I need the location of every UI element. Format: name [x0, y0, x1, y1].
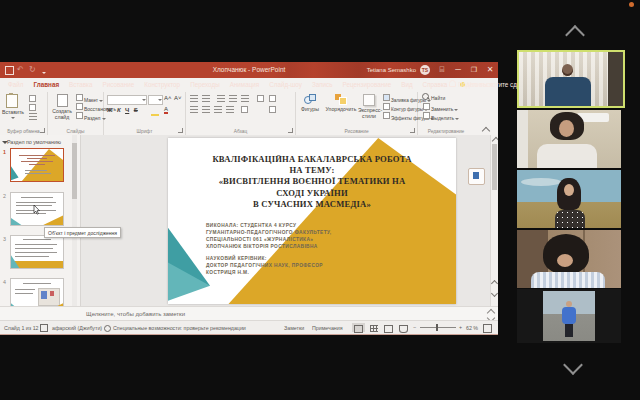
thumb1-text-line: [21, 161, 53, 162]
clipboard-dialog-launcher[interactable]: [40, 128, 45, 133]
slide-canvas[interactable]: КВАЛІФІКАЦІЙНА БАКАЛАВРСЬКА РОБОТА НА ТЕ…: [168, 138, 456, 304]
italic-button[interactable]: К: [117, 107, 121, 113]
spellcheck-icon[interactable]: [40, 324, 48, 332]
slide-counter: Слайд 1 из 12: [4, 325, 39, 331]
panel-scrollbar[interactable]: [72, 135, 77, 306]
paragraph-dialog-launcher[interactable]: [288, 128, 293, 133]
thumb2-text-line: [16, 202, 56, 203]
shrink-font-icon[interactable]: А˅: [174, 95, 182, 101]
restore-button[interactable]: ❐: [466, 62, 482, 78]
ribbon-display-options-icon[interactable]: ⌸: [434, 62, 450, 78]
highlight-color-icon[interactable]: [151, 107, 159, 116]
underline-button[interactable]: Ч: [125, 107, 129, 113]
slide-thumbnail-2[interactable]: [10, 192, 64, 226]
normal-view-button[interactable]: [352, 323, 365, 332]
canvas-scrollbar-thumb[interactable]: [492, 144, 497, 190]
notes-placeholder[interactable]: Щелкните, чтобы добавить заметки: [86, 311, 185, 317]
accessibility-icon[interactable]: [104, 325, 111, 332]
find-button[interactable]: Найти: [422, 93, 445, 102]
font-name-select[interactable]: [107, 95, 147, 105]
smartart-convert-icon[interactable]: [268, 105, 277, 115]
new-slide-button[interactable]: Создать слайд: [50, 94, 74, 120]
font-dialog-launcher[interactable]: [178, 128, 183, 133]
accessibility-status[interactable]: Специальные возможности: проверьте реком…: [113, 325, 246, 331]
grow-font-icon[interactable]: А˄: [164, 95, 172, 101]
shapes-button[interactable]: Фигуры: [298, 94, 322, 113]
participant-video-4[interactable]: [517, 230, 621, 288]
drawing-dialog-launcher[interactable]: [410, 128, 415, 133]
participant-video-3[interactable]: [517, 170, 621, 228]
font-color-icon[interactable]: А: [164, 106, 168, 114]
collapse-ribbon-icon[interactable]: [482, 127, 490, 135]
arrange-button[interactable]: Упорядочить: [324, 94, 358, 113]
tab-home[interactable]: Главная: [28, 78, 64, 92]
numbering-icon[interactable]: [201, 94, 211, 104]
canvas-scrollbar[interactable]: [490, 135, 498, 306]
font-size-select[interactable]: [148, 95, 163, 105]
share-button[interactable]: Поделиться: [449, 78, 493, 92]
bullets-icon[interactable]: [189, 94, 199, 104]
quick-styles-button[interactable]: Экспресс-стили: [358, 94, 380, 119]
slide-author-block[interactable]: ВИКОНАЛА: СТУДЕНТКА 4 КУРСУ ГУМАНІТАРНО-…: [206, 222, 332, 250]
tab-record[interactable]: Запись: [307, 78, 338, 92]
comments-toggle[interactable]: Примечания: [312, 325, 343, 331]
format-painter-icon[interactable]: [28, 112, 38, 122]
slide-title[interactable]: КВАЛІФІКАЦІЙНА БАКАЛАВРСЬКА РОБОТА НА ТЕ…: [192, 154, 432, 210]
slide-sorter-view-button[interactable]: [367, 323, 380, 332]
minimize-button[interactable]: ─: [450, 62, 466, 78]
align-right-icon[interactable]: [213, 105, 223, 115]
panel-scrollbar-thumb[interactable]: [72, 143, 77, 199]
tab-file[interactable]: Файл: [3, 78, 28, 92]
tab-insert[interactable]: Вставка: [64, 78, 97, 92]
align-left-icon[interactable]: [189, 105, 199, 115]
slide-thumbnail-1[interactable]: [10, 148, 64, 182]
participant-video-5[interactable]: [517, 289, 621, 343]
notes-pane[interactable]: Щелкните, чтобы добавить заметки: [0, 306, 498, 321]
slide-advisor-block[interactable]: НАУКОВИЙ КЕРІВНИК: ДОКТОР ПЕДАГОГІЧНИХ Н…: [206, 255, 323, 276]
tab-view[interactable]: Вид: [396, 78, 417, 92]
align-center-icon[interactable]: [201, 105, 211, 115]
slideshow-button[interactable]: [397, 323, 410, 332]
participants-scroll-up-icon[interactable]: [565, 25, 585, 45]
thumb4-image-detail: [50, 291, 54, 296]
zoom-slider-thumb[interactable]: [436, 324, 438, 331]
slide-thumbnail-3[interactable]: [10, 235, 64, 269]
zoom-in-icon[interactable]: +: [459, 324, 462, 330]
participant-video-2[interactable]: [517, 110, 621, 168]
columns-icon[interactable]: [240, 105, 249, 115]
align-text-icon[interactable]: [268, 94, 277, 104]
strikethrough-button[interactable]: S: [134, 107, 138, 113]
tab-draw[interactable]: Рисование: [98, 78, 140, 92]
participants-scroll-down-icon[interactable]: [563, 355, 583, 375]
zoom-level[interactable]: 62 %: [466, 325, 478, 331]
next-slide-icon[interactable]: [491, 290, 498, 297]
close-button[interactable]: ✕: [482, 62, 498, 78]
increase-indent-icon[interactable]: [228, 94, 238, 104]
tab-help[interactable]: Справка: [418, 78, 453, 92]
tab-review[interactable]: Рецензирование: [338, 78, 397, 92]
account-name[interactable]: Tetiana Semashko: [367, 67, 416, 73]
comment-indicator-icon[interactable]: [468, 168, 485, 185]
notes-toggle[interactable]: Заметки: [284, 325, 304, 331]
fit-slide-icon[interactable]: [483, 324, 492, 333]
section-button[interactable]: Раздел: [75, 111, 106, 122]
line-spacing-icon[interactable]: [240, 94, 250, 104]
tab-transitions[interactable]: Переходы: [185, 78, 225, 92]
previous-slide-icon[interactable]: [491, 280, 498, 287]
bold-button[interactable]: Ж: [107, 107, 112, 113]
zoom-slider[interactable]: [420, 327, 456, 328]
select-button[interactable]: Выделить: [422, 111, 459, 122]
tab-design[interactable]: Конструктор: [139, 78, 185, 92]
tab-animations[interactable]: Анимация: [225, 78, 265, 92]
tab-slideshow[interactable]: Слайд-шоу: [264, 78, 307, 92]
paste-button[interactable]: Вставить: [2, 94, 22, 121]
language-status[interactable]: афарский (Джибути): [52, 325, 102, 331]
participant-video-1[interactable]: [517, 50, 625, 108]
reading-view-button[interactable]: [382, 323, 395, 332]
text-direction-icon[interactable]: [256, 94, 265, 104]
avatar[interactable]: TS: [420, 65, 430, 75]
justify-icon[interactable]: [225, 105, 235, 115]
slide-thumbnail-4[interactable]: [10, 278, 64, 306]
zoom-out-icon[interactable]: −: [413, 324, 416, 330]
decrease-indent-icon[interactable]: [216, 94, 226, 104]
